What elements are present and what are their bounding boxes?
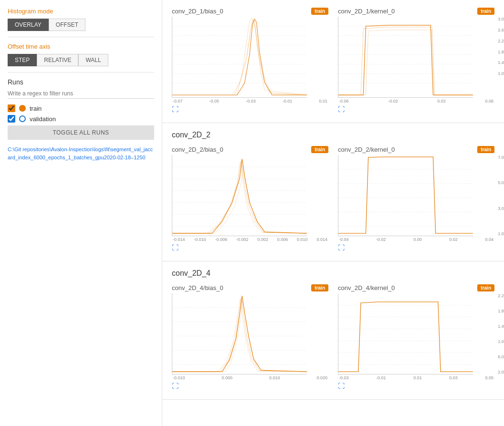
chart-wrapper: 3.00e+32.60e+32.20e+31.80e+31.40e+31.00e… [338, 17, 494, 98]
chart-svg [172, 17, 307, 97]
chart-conv2d1-kernel0: conv_2D_1/kernel_0 train [338, 8, 494, 113]
expand-icon[interactable]: ⛶ [172, 244, 178, 251]
x-axis-labels: -0.0100.0000.0100.020 [172, 375, 328, 380]
run-train-item: train [8, 104, 154, 112]
chart-title: conv_2D_1/kernel_0 [338, 8, 395, 15]
chart-conv2d4-bias0: conv_2D_4/bias_0 train [172, 284, 328, 390]
sidebar: Histogram mode OVERLAY OFFSET Offset tim… [0, 0, 162, 426]
chart-title: conv_2D_2/kernel_0 [338, 146, 395, 153]
chart-header: conv_2D_2/kernel_0 train [338, 146, 494, 153]
toggle-all-runs-button[interactable]: TOGGLE ALL RUNS [8, 125, 154, 140]
train-badge: train [311, 8, 328, 15]
chart-area [338, 17, 473, 98]
time-axis-toggle: STEP RELATIVE WALL [8, 54, 154, 66]
validation-dot [19, 115, 26, 122]
offset-time-axis-label: Offset time axis [8, 43, 154, 50]
chart-area [172, 17, 307, 98]
chart-title: conv_2D_4/kernel_0 [338, 284, 395, 291]
chart-footer: ⛶ [338, 105, 494, 113]
chart-wrapper: 22.018.014.010.06.002.00 [172, 155, 328, 236]
x-axis-labels: -0.03-0.010.010.030.05 [338, 375, 494, 380]
main-content: conv_2D_1/bias_0 train [162, 0, 504, 426]
section-conv2d4: conv_2D_4 conv_2D_4/bias_0 train [162, 261, 504, 400]
chart-svg [172, 293, 307, 374]
chart-conv2d1-bias0: conv_2D_1/bias_0 train [172, 8, 328, 113]
chart-svg [338, 155, 473, 236]
chart-conv2d2-kernel0: conv_2D_2/kernel_0 train [338, 146, 494, 251]
histogram-mode-toggle: OVERLAY OFFSET [8, 19, 154, 31]
chart-footer: ⛶ [172, 244, 328, 251]
section-conv2d1: conv_2D_1/bias_0 train [162, 0, 504, 123]
section-title: conv_2D_2 [172, 131, 494, 139]
chart-conv2d4-kernel0: conv_2D_4/kernel_0 train [338, 284, 494, 390]
chart-wrapper: 26.022.018.014.010.06.002.00 [172, 17, 328, 98]
chart-wrapper: 7.00e+45.00e+43.00e+41.00e+4 [338, 155, 494, 236]
expand-icon[interactable]: ⛶ [172, 382, 178, 390]
chart-header: conv_2D_4/bias_0 train [172, 284, 328, 291]
section-conv2d2: conv_2D_2 conv_2D_2/bias_0 train [162, 123, 504, 261]
histogram-mode-label: Histogram mode [8, 8, 154, 15]
chart-wrapper: 2.20e+41.80e+41.40e+41.00e+46.00e+32.00e… [338, 293, 494, 374]
chart-svg [338, 293, 473, 374]
validation-label: validation [30, 115, 56, 123]
x-axis-labels: -0.014-0.010-0.006-0.0020.0020.0060.0100… [172, 237, 328, 242]
expand-icon[interactable]: ⛶ [338, 105, 345, 113]
section-title: conv_2D_4 [172, 269, 494, 278]
runs-label: Runs [8, 78, 154, 86]
filter-runs-input[interactable] [8, 89, 154, 99]
train-badge: train [477, 8, 494, 15]
step-btn[interactable]: STEP [8, 54, 37, 66]
x-axis-labels: -0.06-0.020.020.06 [338, 99, 494, 104]
expand-icon[interactable]: ⛶ [338, 244, 345, 251]
chart-svg [172, 155, 307, 236]
y-axis-labels: 7.00e+45.00e+43.00e+41.00e+4 [495, 155, 504, 236]
log-path: C:\Git repositories\Avalon-Inspection\lo… [8, 145, 154, 161]
chart-footer: ⛶ [338, 382, 494, 390]
train-checkbox[interactable] [8, 104, 15, 112]
y-axis-labels: 2.20e+41.80e+41.40e+41.00e+46.00e+32.00e… [495, 293, 504, 374]
divider-2 [8, 72, 154, 73]
train-badge: train [311, 284, 328, 291]
train-dot [19, 105, 26, 112]
chart-footer: ⛶ [338, 244, 494, 251]
chart-wrapper: 35.025.015.05.00 [172, 293, 328, 374]
chart-svg [338, 17, 473, 97]
expand-icon[interactable]: ⛶ [338, 382, 345, 390]
validation-checkbox[interactable] [8, 115, 15, 123]
chart-area [172, 293, 307, 374]
charts-row-2: conv_2D_2/bias_0 train [172, 146, 494, 251]
chart-header: conv_2D_1/kernel_0 train [338, 8, 494, 15]
charts-row-3: conv_2D_4/bias_0 train [172, 284, 494, 390]
x-axis-labels: -0.04-0.020.000.020.04 [338, 237, 494, 242]
wall-btn[interactable]: WALL [78, 54, 108, 66]
chart-title: conv_2D_4/bias_0 [172, 284, 223, 291]
overlay-btn[interactable]: OVERLAY [8, 19, 49, 31]
train-label: train [30, 105, 42, 112]
divider-1 [8, 37, 154, 37]
train-badge: train [477, 284, 494, 291]
run-validation-item: validation [8, 115, 154, 123]
y-axis-labels: 3.00e+32.60e+32.20e+31.80e+31.40e+31.00e… [495, 17, 504, 98]
chart-conv2d2-bias0: conv_2D_2/bias_0 train [172, 146, 328, 251]
chart-area [338, 293, 473, 374]
chart-header: conv_2D_1/bias_0 train [172, 8, 328, 15]
chart-area [172, 155, 307, 236]
chart-title: conv_2D_1/bias_0 [172, 8, 223, 15]
x-axis-labels: -0.07-0.05-0.03-0.010.01 [172, 99, 328, 104]
expand-icon[interactable]: ⛶ [172, 105, 178, 113]
charts-row-1: conv_2D_1/bias_0 train [172, 8, 494, 113]
chart-area [338, 155, 473, 236]
chart-header: conv_2D_4/kernel_0 train [338, 284, 494, 291]
chart-footer: ⛶ [172, 382, 328, 390]
train-badge: train [311, 146, 328, 153]
chart-title: conv_2D_2/bias_0 [172, 146, 223, 153]
train-badge: train [477, 146, 494, 153]
chart-footer: ⛶ [172, 105, 328, 113]
offset-btn[interactable]: OFFSET [49, 19, 85, 31]
relative-btn[interactable]: RELATIVE [37, 54, 78, 66]
chart-header: conv_2D_2/bias_0 train [172, 146, 328, 153]
